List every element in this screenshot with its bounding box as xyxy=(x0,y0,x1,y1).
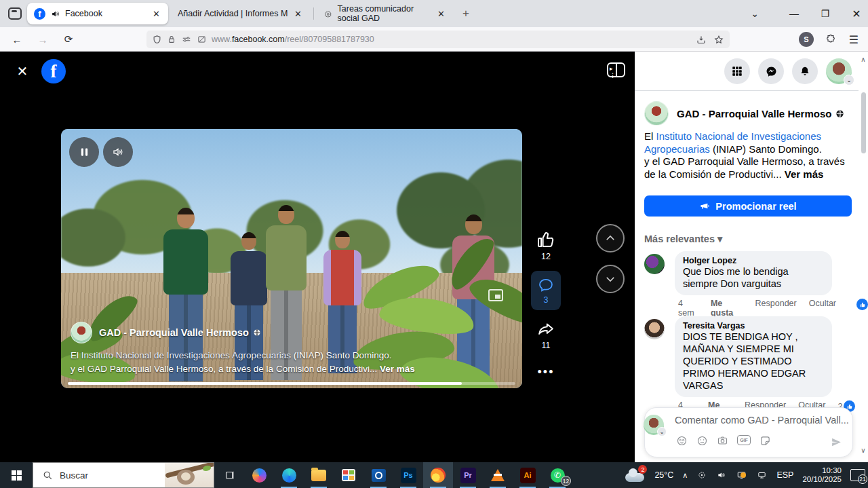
messenger-button[interactable] xyxy=(758,58,784,84)
gif-icon[interactable]: GIF xyxy=(737,435,751,445)
commenter-avatar[interactable] xyxy=(644,319,665,339)
tab-close-icon[interactable]: ✕ xyxy=(436,9,446,19)
vlc-icon[interactable] xyxy=(483,462,513,488)
toggle-comments-panel-icon[interactable] xyxy=(607,62,625,77)
reload-button[interactable]: ⟳ xyxy=(60,31,77,48)
comment-reactions[interactable] xyxy=(856,299,868,310)
tray-expand-chevron-icon[interactable]: ∧ xyxy=(682,471,688,480)
copilot-icon[interactable] xyxy=(244,462,274,488)
see-more-link[interactable]: Ver más xyxy=(380,364,415,374)
page-avatar[interactable] xyxy=(71,322,92,343)
language-indicator[interactable]: ESP xyxy=(776,470,793,480)
commenter-avatar[interactable] xyxy=(644,254,665,274)
volume-button[interactable] xyxy=(103,137,133,167)
temperature-label[interactable]: 25°C xyxy=(654,470,673,480)
cast-alert-icon[interactable] xyxy=(736,470,747,480)
notifications-button[interactable] xyxy=(792,58,818,84)
search-highlight-sloth-image[interactable] xyxy=(165,463,214,487)
comment-like-button[interactable]: Me gusta xyxy=(711,299,743,318)
save-page-icon[interactable] xyxy=(696,35,707,45)
premiere-icon[interactable]: Pr xyxy=(453,462,483,488)
new-tab-button[interactable]: + xyxy=(454,0,477,27)
shield-icon[interactable] xyxy=(152,35,162,45)
permissions-icon[interactable] xyxy=(181,35,192,44)
sidebar-scroll-up[interactable]: ∧ xyxy=(859,56,867,63)
outlook-icon[interactable] xyxy=(363,462,393,488)
lock-icon[interactable] xyxy=(167,35,176,44)
comment-time[interactable]: 4 sem xyxy=(678,299,698,318)
account-avatar[interactable]: ⌄ xyxy=(826,58,852,84)
tab-audio-icon[interactable] xyxy=(51,10,60,18)
weather-widget[interactable]: 2 xyxy=(625,468,646,483)
sticker-icon[interactable] xyxy=(760,435,771,447)
picture-in-picture-icon[interactable] xyxy=(488,289,503,301)
photoshop-icon[interactable]: Ps xyxy=(393,462,423,488)
composer-avatar[interactable]: ⌄ xyxy=(644,415,664,435)
forward-button[interactable]: → xyxy=(34,31,52,48)
menu-hamburger-icon[interactable]: ☰ xyxy=(845,31,863,48)
comments-sort-dropdown[interactable]: Más relevantes ▾ xyxy=(644,233,722,244)
share-icon[interactable] xyxy=(536,320,556,339)
see-more-link[interactable]: Ver más xyxy=(785,168,824,180)
url-text[interactable]: www.facebook.com/reel/807095881787930 xyxy=(212,35,691,44)
facebook-logo[interactable]: f xyxy=(41,59,66,83)
apps-menu-button[interactable] xyxy=(724,58,750,84)
firefox-view-icon[interactable] xyxy=(8,7,22,20)
video-progress-bar[interactable] xyxy=(68,382,515,385)
comment-reply-button[interactable]: Responder xyxy=(755,299,797,308)
comment-author[interactable]: Holger Lopez xyxy=(683,256,824,265)
taskbar-search-input[interactable]: Buscar xyxy=(33,462,214,488)
comment-button[interactable]: 3 xyxy=(531,271,561,310)
microsoft-store-icon[interactable] xyxy=(334,462,363,488)
page-name[interactable]: GAD - Parroquial Valle Hermoso xyxy=(677,108,844,119)
tab-facebook[interactable]: f Facebook ✕ xyxy=(27,3,168,24)
extensions-puzzle-icon[interactable] xyxy=(822,31,840,48)
whatsapp-icon[interactable]: ✆ 12 xyxy=(542,462,572,488)
network-icon[interactable] xyxy=(756,470,768,480)
tab-close-icon[interactable]: ✕ xyxy=(293,9,303,19)
tab-informes[interactable]: Añadir Actividad | Informes Mensua ✕ xyxy=(171,3,310,24)
window-restore-button[interactable]: ❐ xyxy=(810,0,841,27)
edge-icon[interactable] xyxy=(274,462,304,488)
like-icon[interactable] xyxy=(536,229,556,250)
sidebar-scrollbar-thumb[interactable] xyxy=(861,92,866,153)
video-page-name[interactable]: GAD - Parroquial Valle Hermoso xyxy=(99,327,261,338)
iniap-link[interactable]: Instituto Nacional de Investigaciones Ag… xyxy=(81,350,291,360)
list-tabs-chevron-icon[interactable]: ⌄ xyxy=(739,0,770,27)
firefox-icon[interactable] xyxy=(423,462,453,488)
tab-tareas[interactable]: Tareas comunicador social GAD ✕ xyxy=(317,3,453,24)
page-header[interactable]: GAD - Parroquial Valle Hermoso xyxy=(644,101,844,126)
file-explorer-icon[interactable] xyxy=(304,462,334,488)
comment-hide-button[interactable]: Ocultar xyxy=(809,299,836,308)
start-button[interactable] xyxy=(0,462,33,488)
clock-widget[interactable]: 10:30 20/10/2025 xyxy=(802,466,842,484)
illustrator-icon[interactable]: Ai xyxy=(513,462,542,488)
send-comment-icon[interactable] xyxy=(830,436,843,451)
close-reel-icon[interactable]: ✕ xyxy=(14,62,31,80)
window-close-button[interactable]: ✕ xyxy=(841,0,868,27)
comment-composer[interactable]: ⌄ Comentar como GAD - Parroquial Vall...… xyxy=(644,407,853,457)
reel-video[interactable]: GAD - Parroquial Valle Hermoso El Instit… xyxy=(61,129,522,388)
tab-close-icon[interactable]: ✕ xyxy=(151,9,161,19)
camera-icon[interactable] xyxy=(717,435,728,446)
avatar-sticker-icon[interactable] xyxy=(676,435,688,447)
next-reel-button[interactable] xyxy=(596,265,625,293)
video-description[interactable]: El Instituto Nacional de Investigaciones… xyxy=(71,349,415,376)
meet-now-icon[interactable] xyxy=(696,470,707,480)
volume-tray-icon[interactable] xyxy=(716,470,727,480)
more-options-icon[interactable]: ••• xyxy=(538,365,555,379)
window-minimize-button[interactable]: — xyxy=(778,0,810,27)
emoji-icon[interactable] xyxy=(696,435,708,447)
extension-s-icon[interactable]: S xyxy=(799,32,814,47)
sidebar-scroll-down[interactable]: ∨ xyxy=(859,447,867,454)
previous-reel-button[interactable] xyxy=(596,224,625,252)
composer-input[interactable]: Comentar como GAD - Parroquial Vall... xyxy=(675,415,849,426)
page-avatar[interactable] xyxy=(644,101,669,126)
address-bar[interactable]: www.facebook.com/reel/807095881787930 xyxy=(146,31,730,48)
comment-bubble[interactable]: Teresita Vargas DIOS TE BENDIGA HOY , MA… xyxy=(675,316,832,397)
back-button[interactable]: ← xyxy=(8,31,26,48)
comment-bubble[interactable]: Holger Lopez Que Dios me lo bendiga siem… xyxy=(675,251,832,295)
bookmark-star-icon[interactable] xyxy=(713,35,724,45)
blocked-content-icon[interactable] xyxy=(197,35,207,44)
notification-center-icon[interactable]: 21 xyxy=(850,469,865,481)
